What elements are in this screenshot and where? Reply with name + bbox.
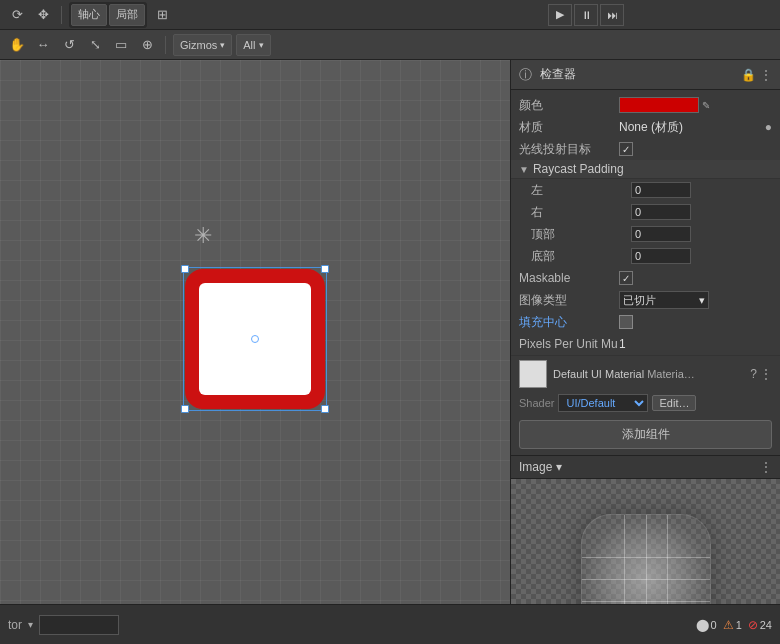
tools-icon[interactable]: ✥ — [32, 4, 54, 26]
material-dot-icon[interactable]: ● — [765, 120, 772, 134]
gizmos-label: Gizmos — [180, 39, 217, 51]
status-badge-2: ⚠ 1 — [723, 618, 742, 632]
bottom-input[interactable] — [631, 248, 691, 264]
color-row: 颜色 ✎ — [511, 94, 780, 116]
handle-bottom-left[interactable] — [181, 405, 189, 413]
material-icons: ? ⋮ — [750, 367, 772, 381]
maskable-label: Maskable — [519, 271, 619, 285]
sep1 — [61, 6, 62, 24]
top-input[interactable] — [631, 226, 691, 242]
material-section-row: Default UI Material Materia… ? ⋮ — [511, 355, 780, 392]
image-section-title: Image ▾ — [519, 460, 760, 474]
preview-image — [581, 514, 711, 604]
pivot-label: 轴心 — [78, 7, 100, 22]
canvas-element[interactable] — [185, 269, 325, 409]
raycast-padding-section[interactable]: ▼ Raycast Padding — [511, 160, 780, 179]
warning-icon: ⚠ — [723, 618, 734, 632]
raycast-checkbox[interactable]: ✓ — [619, 142, 633, 156]
pixels-value: 1 — [619, 337, 772, 351]
left-label: 左 — [531, 182, 631, 199]
local-button[interactable]: 局部 — [109, 4, 145, 26]
add-component-button[interactable]: 添加组件 — [519, 420, 772, 449]
sep2 — [165, 36, 166, 54]
top-toolbar: ⟳ ✥ 轴心 局部 ⊞ ▶ ⏸ ⏭ — [0, 0, 780, 30]
bottom-label: 底部 — [531, 248, 631, 265]
gizmos-dropdown[interactable]: Gizmos ▾ — [173, 34, 232, 56]
bottom-arrow[interactable]: ▾ — [28, 619, 33, 630]
handle-top-right[interactable] — [321, 265, 329, 273]
image-preview-content — [521, 489, 770, 604]
shader-dropdown[interactable]: UI/Default — [558, 394, 648, 412]
rect-icon[interactable]: ▭ — [110, 34, 132, 56]
bottom-label: tor — [8, 618, 22, 632]
pivot-button[interactable]: 轴心 — [71, 4, 107, 26]
material-info: Default UI Material Materia… — [553, 368, 744, 380]
top-row: 顶部 — [511, 223, 780, 245]
grid-v1 — [624, 515, 625, 604]
image-preview-container: Image 32×32 — [511, 479, 780, 604]
right-input[interactable] — [631, 204, 691, 220]
status-count-1: 0 — [711, 619, 717, 631]
bottom-row: 底部 — [511, 245, 780, 267]
pause-button[interactable]: ⏸ — [574, 4, 598, 26]
image-component[interactable] — [185, 269, 325, 409]
status-badge-1: ⬤ 0 — [696, 618, 717, 632]
grid-v3 — [667, 515, 668, 604]
left-row: 左 — [511, 179, 780, 201]
right-label: 右 — [531, 204, 631, 221]
crosshair-icon: ✳ — [194, 223, 212, 249]
image-section: Image ▾ ⋮ — [511, 455, 780, 604]
hand-icon[interactable]: ✋ — [6, 34, 28, 56]
edit-button[interactable]: Edit… — [652, 395, 696, 411]
color-swatch[interactable] — [619, 97, 699, 113]
layers-arrow: ▾ — [259, 40, 264, 50]
material-type: Materia… — [647, 368, 695, 380]
image-type-dropdown[interactable]: 已切片 ▾ — [619, 291, 709, 309]
top-label: 顶部 — [531, 226, 631, 243]
material-value: None (材质) — [619, 119, 765, 136]
material-label: 材质 — [519, 119, 619, 136]
material-question-icon[interactable]: ? — [750, 367, 757, 381]
main-area: ✳ ⓘ 检查器 🔒 ⋮ 颜色 — [0, 60, 780, 604]
inspector-header: ⓘ 检查器 🔒 ⋮ — [511, 60, 780, 90]
image-type-value: 已切片 — [623, 293, 656, 308]
search-input[interactable] — [39, 615, 119, 635]
status-icon-1: ⬤ — [696, 618, 709, 632]
pixels-row: Pixels Per Unit Mu 1 — [511, 333, 780, 355]
inspector-title: 检查器 — [540, 66, 737, 83]
color-edit-icon[interactable]: ✎ — [702, 100, 710, 111]
error-icon: ⊘ — [748, 618, 758, 632]
pivot-group: 轴心 局部 — [69, 2, 147, 28]
handle-bottom-right[interactable] — [321, 405, 329, 413]
step-button[interactable]: ⏭ — [600, 4, 624, 26]
shader-row: Shader UI/Default Edit… — [511, 392, 780, 414]
left-input[interactable] — [631, 182, 691, 198]
canvas-area[interactable]: ✳ — [0, 60, 510, 604]
maskable-checkbox[interactable]: ✓ — [619, 271, 633, 285]
menu-icon[interactable]: ⋮ — [760, 68, 772, 82]
fill-center-checkbox[interactable] — [619, 315, 633, 329]
layers-dropdown[interactable]: All ▾ — [236, 34, 270, 56]
scale-icon[interactable]: ⤡ — [84, 34, 106, 56]
gizmos-arrow: ▾ — [220, 40, 225, 50]
move-icon[interactable]: ↔ — [32, 34, 54, 56]
lock-icon[interactable]: 🔒 — [741, 68, 756, 82]
inspector-body: 颜色 ✎ 材质 None (材质) ● 光线投射目标 ✓ ▼ Raycast P… — [511, 90, 780, 604]
fill-center-row: 填充中心 — [511, 311, 780, 333]
bottom-bar: tor ▾ ⬤ 0 ⚠ 1 ⊘ 24 — [0, 604, 780, 644]
multi-icon[interactable]: ⊕ — [136, 34, 158, 56]
grid-icon[interactable]: ⊞ — [151, 4, 173, 26]
fill-center-label: 填充中心 — [519, 314, 619, 331]
raycast-target-row: 光线投射目标 ✓ — [511, 138, 780, 160]
center-dot — [251, 335, 259, 343]
image-section-header[interactable]: Image ▾ ⋮ — [511, 456, 780, 479]
raycast-padding-label: Raycast Padding — [533, 162, 624, 176]
rotate-icon[interactable]: ↺ — [58, 34, 80, 56]
image-section-more-icon[interactable]: ⋮ — [760, 460, 772, 474]
image-type-label: 图像类型 — [519, 292, 619, 309]
maskable-row: Maskable ✓ — [511, 267, 780, 289]
play-button[interactable]: ▶ — [548, 4, 572, 26]
refresh-icon[interactable]: ⟳ — [6, 4, 28, 26]
material-more-icon[interactable]: ⋮ — [760, 367, 772, 381]
handle-top-left[interactable] — [181, 265, 189, 273]
